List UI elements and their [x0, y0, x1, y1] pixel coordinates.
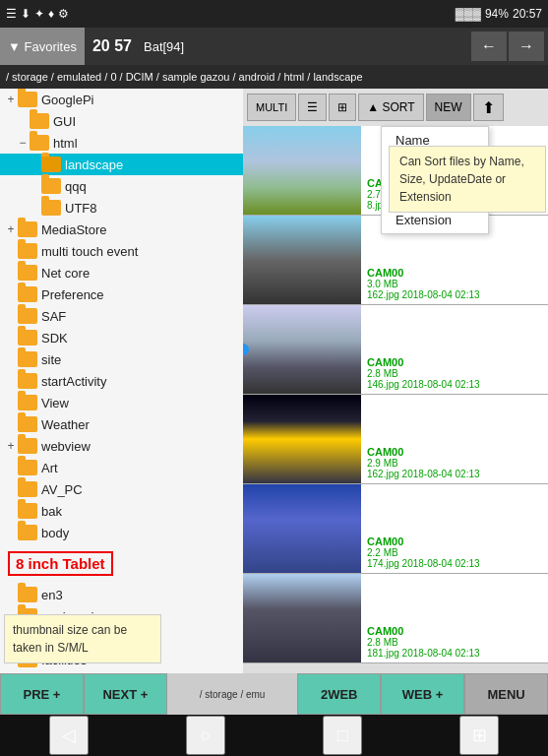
back-system-button[interactable]: ◁	[49, 716, 89, 755]
image-thumb[interactable]	[243, 574, 361, 662]
tree-label-view: View	[41, 396, 69, 410]
tree-item-multitouchevent[interactable]: multi touch event	[0, 240, 243, 262]
path-bar: / storage / emulated / 0 / DCIM / sample…	[0, 65, 548, 89]
tree-item-saf[interactable]: SAF	[0, 305, 243, 327]
tree-item-weather[interactable]: Weather	[0, 413, 243, 435]
tree-item-html[interactable]: −html	[0, 132, 243, 154]
tree-item-avpc[interactable]: AV_PC	[0, 478, 243, 500]
overview-button[interactable]: ⊞	[459, 716, 499, 755]
sort-toolbar: MULTI ☰ ⊞ ▲ SORT NEW ⬆	[243, 89, 548, 126]
nav-buttons: ← →	[471, 32, 548, 61]
grid-view-button[interactable]: ⊞	[329, 94, 356, 121]
image-date: 146.jpg 2018-08-04 02:13	[367, 379, 542, 390]
folder-icon-view	[18, 395, 37, 410]
tree-item-netcore[interactable]: Net core	[0, 262, 243, 284]
clock: 20:57	[513, 7, 542, 21]
folder-icon-startactivity	[18, 373, 37, 389]
image-thumb[interactable]	[243, 305, 361, 394]
tree-label-qqq: qqq	[65, 179, 87, 194]
signal-icon: ▓▓▓	[456, 7, 481, 21]
folder-icon-bak	[18, 503, 37, 519]
image-date: 162.jpg 2018-08-04 02:13	[367, 289, 542, 300]
forward-nav-button[interactable]: →	[509, 32, 544, 61]
sort-button[interactable]: ▲ SORT	[358, 94, 423, 121]
webplus-button[interactable]: WEB +	[381, 673, 464, 715]
tree-item-bak[interactable]: bak	[0, 500, 243, 522]
back-nav-button[interactable]: ←	[471, 32, 507, 61]
upload-button[interactable]: ⬆	[473, 94, 504, 121]
tree-label-bak: bak	[41, 504, 62, 519]
tree-item-mediastore[interactable]: +MediaStore	[0, 219, 243, 240]
tree-label-sdk: SDK	[41, 331, 68, 346]
tree-item-webview[interactable]: +webview	[0, 435, 243, 457]
tree-label-weather: Weather	[41, 417, 90, 432]
tree-label-landscape: landscape	[65, 158, 123, 172]
image-row[interactable]: CAM002.8 MB181.jpg 2018-08-04 02:13	[243, 574, 548, 663]
image-row[interactable]: CAM002.8 MB146.jpg 2018-08-04 02:13	[243, 305, 548, 395]
image-name: CAM00	[367, 446, 542, 458]
new-button[interactable]: NEW	[426, 94, 471, 121]
tree-item-landscape[interactable]: landscape	[0, 154, 243, 175]
bottom-nav: PRE + NEXT + / storage / emu 2WEB WEB + …	[0, 673, 548, 715]
image-row[interactable]: CAM002.9 MB162.jpg 2018-08-04 02:13	[243, 395, 548, 484]
image-row[interactable]: CAM002.2 MB174.jpg 2018-08-04 02:13	[243, 484, 548, 574]
tree-item-body[interactable]: body	[0, 522, 243, 543]
folder-icon-html	[30, 135, 49, 151]
sort-tooltip: Can Sort files by Name, Size, UpdateDate…	[389, 146, 546, 213]
image-thumb[interactable]	[243, 216, 361, 304]
status-icons: ☰ ⬇ ✦ ♦ ⚙	[6, 7, 69, 21]
tree-item-utf8[interactable]: UTF8	[0, 197, 243, 219]
image-name: CAM00	[367, 625, 542, 637]
multi-button[interactable]: MULTI	[247, 94, 296, 121]
folder-icon-art	[18, 460, 37, 475]
next-button[interactable]: NEXT +	[84, 673, 167, 715]
tree-label-utf8: UTF8	[65, 201, 97, 216]
pre-button[interactable]: PRE +	[0, 673, 84, 715]
image-thumb[interactable]	[243, 395, 361, 483]
tree-item-startactivity[interactable]: startActivity	[0, 370, 243, 392]
folder-icon-body	[18, 525, 37, 540]
home-button[interactable]: ○	[186, 716, 225, 755]
image-name: CAM00	[367, 356, 542, 368]
grid-icon: ⊞	[337, 100, 347, 114]
list-icon: ☰	[307, 100, 318, 114]
tree-item-site[interactable]: site	[0, 348, 243, 370]
tree-item-sdk[interactable]: SDK	[0, 327, 243, 348]
folder-icon-preference	[18, 286, 37, 302]
tree-item-preference[interactable]: Preference	[0, 284, 243, 305]
recent-apps-button[interactable]: □	[323, 716, 362, 755]
tree-item-view[interactable]: View	[0, 392, 243, 413]
expand-icon-mediastore: +	[4, 222, 18, 236]
status-bar: ☰ ⬇ ✦ ♦ ⚙ ▓▓▓ 94% 20:57	[0, 0, 548, 28]
image-info: CAM002.8 MB181.jpg 2018-08-04 02:13	[361, 574, 548, 662]
battery-level: 94%	[485, 7, 509, 21]
image-size: 2.2 MB	[367, 547, 542, 558]
expand-icon-webview: +	[4, 439, 18, 453]
folder-icon-weather	[18, 416, 37, 432]
bottom-path: / storage / emu	[167, 673, 297, 715]
tree-label-multitouchevent: multi touch event	[41, 244, 138, 259]
image-thumb[interactable]	[243, 126, 361, 215]
tree-item-gui[interactable]: GUI	[0, 110, 243, 132]
file-tree: +GooglePiGUI−htmllandscapeqqqUTF8+MediaS…	[0, 89, 243, 673]
tree-item-art[interactable]: Art	[0, 457, 243, 478]
favorites-button[interactable]: ▼ Favorites	[0, 28, 85, 65]
tree-item-googlelpi[interactable]: +GooglePi	[0, 89, 243, 110]
image-size: 3.0 MB	[367, 279, 542, 289]
image-date: 174.jpg 2018-08-04 02:13	[367, 558, 542, 569]
tree-label-saf: SAF	[41, 309, 66, 324]
tree-item-qqq[interactable]: qqq	[0, 175, 243, 197]
top-toolbar: ▼ Favorites 20 57 Bat[94] ← →	[0, 28, 548, 65]
list-view-button[interactable]: ☰	[298, 94, 327, 121]
folder-icon-gui	[30, 113, 49, 129]
tree-label-body: body	[41, 526, 69, 540]
menu-button[interactable]: MENU	[464, 673, 548, 715]
status-icon-5: ⚙	[58, 7, 69, 21]
image-thumb[interactable]	[243, 484, 361, 573]
tree-item-en3[interactable]: en3	[0, 584, 243, 605]
folder-icon-mediastore	[18, 221, 37, 237]
image-date: 181.jpg 2018-08-04 02:13	[367, 648, 542, 659]
tree-label-site: site	[41, 352, 61, 367]
folder-icon-googlelpi	[18, 92, 37, 107]
2web-button[interactable]: 2WEB	[297, 673, 381, 715]
